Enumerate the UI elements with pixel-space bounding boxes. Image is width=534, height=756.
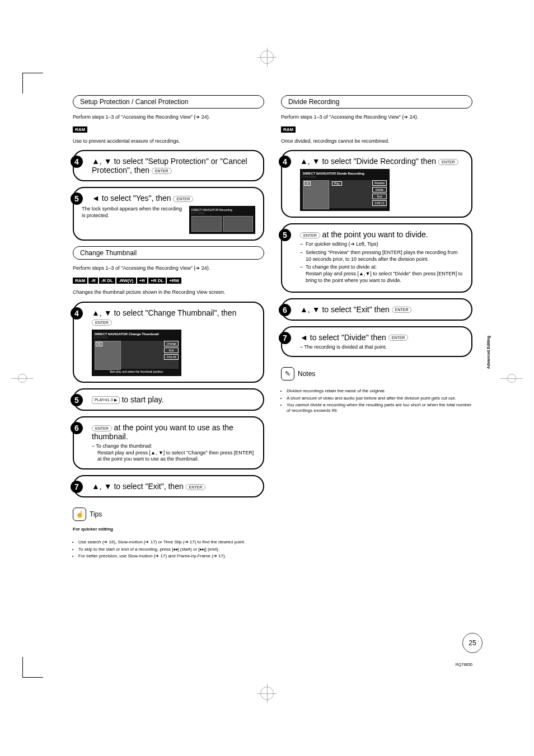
step-7-thumbnail: 7 ▲, ▼ to select "Exit", then ENTER xyxy=(73,475,264,497)
document-code: RQT8850 xyxy=(456,663,472,666)
ram-badge: RAM xyxy=(73,126,87,133)
sub-instruction: – To change the thumbnail: Restart play … xyxy=(92,443,255,463)
rwv-badge: -RW(V) xyxy=(116,278,136,284)
step-6-thumbnail: 6 ENTER at the point you want to use as … xyxy=(73,416,264,469)
tips-heading: ☝ Tips xyxy=(73,508,264,521)
step-6-divide: 6 ▲, ▼ to select "Exit" then ENTER xyxy=(281,298,472,321)
step-number: 5 xyxy=(279,229,291,241)
step-number: 7 xyxy=(279,332,291,344)
crop-mark xyxy=(22,657,43,678)
osd-screenshot: DIRECT NAVIGATOR Divide Recording DVD-RA… xyxy=(300,169,390,211)
step-text: ▲, ▼ to select "Divide Recording" then E… xyxy=(300,157,463,166)
intro-text: Perform steps 1–3 of "Accessing the Reco… xyxy=(73,265,264,272)
step-number: 6 xyxy=(71,422,83,434)
rdl-badge: -R DL xyxy=(99,278,115,284)
tips-icon: ☝ xyxy=(73,508,86,521)
enter-icon: ENTER xyxy=(173,196,193,202)
ram-badge: RAM xyxy=(281,126,296,133)
step-text: ENTER at the point you want to divide. xyxy=(300,230,463,239)
step-number: 6 xyxy=(279,304,291,316)
step-text: PLAY/x1.3 ▶ to start play. xyxy=(92,395,255,404)
step-text: ◄ to select "Yes", then ENTER xyxy=(92,194,255,203)
step-text: ENTER at the point you want to use as th… xyxy=(92,423,255,441)
step-text: ▲, ▼ to select "Setup Protection" or "Ca… xyxy=(92,157,255,175)
enter-icon: ENTER xyxy=(92,320,112,326)
lock-description: The lock symbol appears when the recordi… xyxy=(82,206,185,219)
enter-icon: ENTER xyxy=(92,425,112,431)
step-4-protection: 4 ▲, ▼ to select "Setup Protection" or "… xyxy=(73,150,264,181)
step-5-thumbnail: 5 PLAY/x1.3 ▶ to start play. xyxy=(73,388,264,411)
step-text: ▲, ▼ to select "Exit" then ENTER xyxy=(300,305,463,314)
section-title-thumbnail: Change Thumbnail xyxy=(73,246,264,260)
section-title-divide: Divide Recording xyxy=(281,95,472,109)
enter-icon: ENTER xyxy=(388,335,409,341)
right-column: Divide Recording Perform steps 1–3 of "A… xyxy=(281,95,472,560)
step-number: 7 xyxy=(71,481,83,493)
step-7-divide: 7 ◄ to select "Divide" then ENTER – The … xyxy=(281,326,472,358)
osd-screenshot: DIRECT NAVIGATOR Change Thumbnail DVD-RA… xyxy=(92,330,181,376)
page-number: 25 xyxy=(462,633,483,653)
step-number: 5 xyxy=(71,394,83,406)
step-number: 5 xyxy=(71,192,83,205)
step-5-divide: 5 ENTER at the point you want to divide.… xyxy=(281,223,472,292)
step-number: 4 xyxy=(279,156,291,168)
badge-row: RAM xyxy=(281,126,472,133)
prw-badge: +RW xyxy=(167,278,181,284)
step-4-divide: 4 ▲, ▼ to select "Divide Recording" then… xyxy=(281,150,472,218)
notes-icon: ✎ xyxy=(281,367,294,381)
pr-badge: +R xyxy=(137,278,147,284)
osd-menu: Preview Divide Exit 0:00.11 xyxy=(372,180,387,208)
registration-mark xyxy=(260,687,274,700)
osd-menu: Change Exit 0:01.05 xyxy=(164,341,179,369)
notes-heading: ✎ Notes xyxy=(281,367,472,381)
enter-icon: ENTER xyxy=(300,232,320,238)
desc-text: Changes the thumbnail picture shown in t… xyxy=(73,289,264,296)
side-tab: Advanced Editing xyxy=(486,336,490,369)
play-icon: PLAY/x1.3 ▶ xyxy=(92,396,120,404)
badge-row: RAM xyxy=(73,126,264,133)
desc-text: Once divided, recordings cannot be recom… xyxy=(281,138,472,145)
enter-icon: ENTER xyxy=(438,159,458,165)
prdl-badge: +R DL xyxy=(148,278,166,284)
osd-screenshot: DIRECT NAVIGATOR Recording DVD-RAM xyxy=(189,206,255,234)
enter-icon: ENTER xyxy=(392,307,412,313)
notes-list: Divided recordings retain the name of th… xyxy=(281,388,472,415)
step-number: 4 xyxy=(71,307,83,320)
section-title-protection: Setup Protection / Cancel Protection xyxy=(73,95,264,109)
step-5-protection: 5 ◄ to select "Yes", then ENTER The lock… xyxy=(73,187,264,241)
r-badge: -R xyxy=(88,278,97,284)
enter-icon: ENTER xyxy=(186,484,206,490)
enter-icon: ENTER xyxy=(152,168,172,174)
left-column: Setup Protection / Cancel Protection Per… xyxy=(73,95,264,560)
sub-list: For quicker editing (➔ Left, Tips) Selec… xyxy=(300,241,463,284)
step-number: 4 xyxy=(71,156,83,168)
sub-instruction: – The recording is divided at that point… xyxy=(300,344,463,351)
step-4-thumbnail: 4 ▲, ▼ to select "Change Thumbnail", the… xyxy=(73,302,264,383)
tips-list: Use search (➔ 16), Slow-motion (➔ 17) or… xyxy=(73,539,264,560)
tips-subtitle: For quicker editing xyxy=(73,527,264,532)
intro-text: Perform steps 1–3 of "Accessing the Reco… xyxy=(73,114,264,121)
desc-text: Use to prevent accidental erasure of rec… xyxy=(73,138,264,145)
step-text: ◄ to select "Divide" then ENTER xyxy=(300,333,463,342)
step-text: ▲, ▼ to select "Exit", then ENTER xyxy=(92,482,255,491)
intro-text: Perform steps 1–3 of "Accessing the Reco… xyxy=(281,114,472,121)
step-text: ▲, ▼ to select "Change Thumbnail", then … xyxy=(92,308,255,326)
badge-row: RAM-R-R DL-RW(V)+R+R DL+RW xyxy=(73,278,264,284)
ram-badge: RAM xyxy=(73,278,87,284)
